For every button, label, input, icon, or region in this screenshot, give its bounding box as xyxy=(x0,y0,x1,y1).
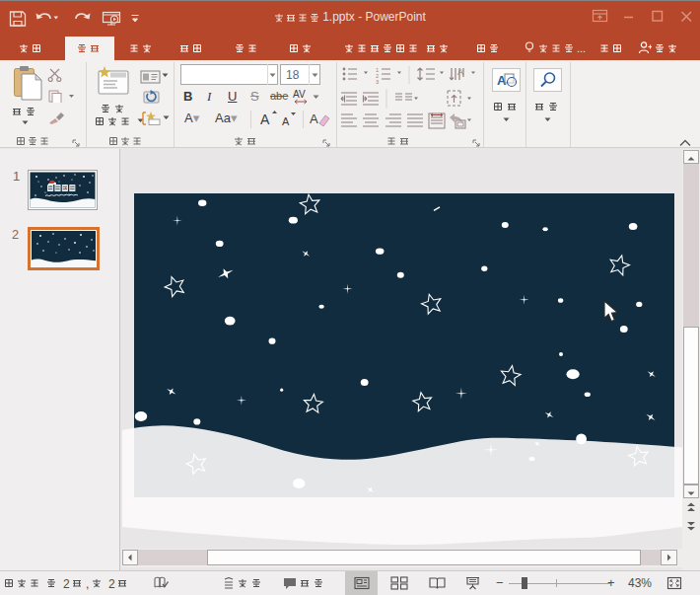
svg-text:2: 2 xyxy=(108,577,115,590)
svg-text:A: A xyxy=(457,67,463,77)
svg-text:3: 3 xyxy=(376,79,379,85)
svg-text:2: 2 xyxy=(63,577,70,590)
svg-text:A: A xyxy=(260,112,270,127)
svg-text:A: A xyxy=(282,115,290,127)
svg-text:A: A xyxy=(310,112,318,126)
svg-text:AV: AV xyxy=(293,89,306,100)
svg-text:...: ... xyxy=(577,42,586,54)
svg-text:,: , xyxy=(86,577,89,590)
